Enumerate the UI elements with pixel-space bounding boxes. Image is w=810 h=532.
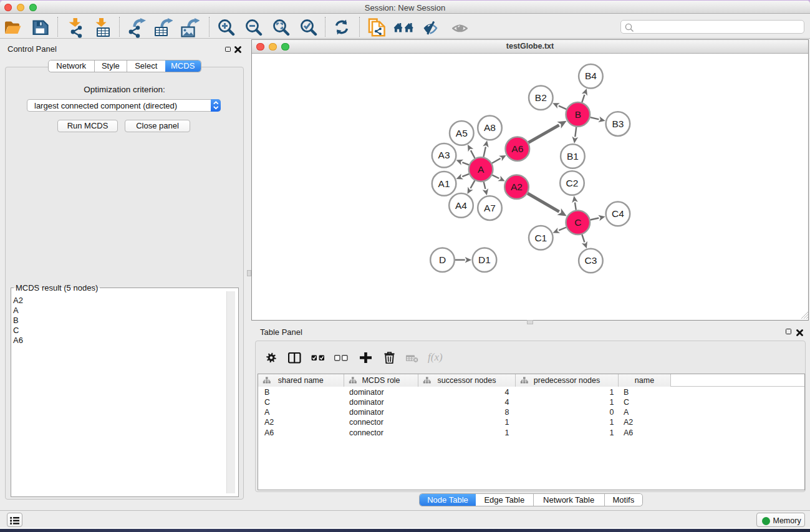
svg-text:D: D (439, 254, 446, 265)
svg-text:A4: A4 (455, 200, 467, 211)
svg-text:B2: B2 (535, 92, 547, 103)
svg-text:B1: B1 (567, 151, 579, 162)
svg-text:A6: A6 (511, 143, 523, 154)
svg-text:B4: B4 (585, 70, 597, 81)
svg-text:A2: A2 (511, 181, 523, 192)
svg-text:C1: C1 (534, 233, 547, 243)
svg-text:B3: B3 (612, 118, 624, 129)
svg-text:C4: C4 (612, 208, 624, 219)
svg-text:A: A (478, 164, 485, 175)
svg-text:C3: C3 (584, 255, 597, 266)
svg-text:A1: A1 (438, 178, 450, 189)
svg-text:B: B (575, 109, 581, 120)
svg-text:A8: A8 (484, 122, 496, 133)
svg-text:A3: A3 (438, 150, 450, 160)
svg-text:D1: D1 (478, 254, 491, 265)
svg-text:C2: C2 (566, 178, 579, 188)
svg-text:A7: A7 (484, 203, 496, 213)
svg-text:C: C (574, 217, 581, 228)
svg-text:A5: A5 (456, 128, 468, 138)
